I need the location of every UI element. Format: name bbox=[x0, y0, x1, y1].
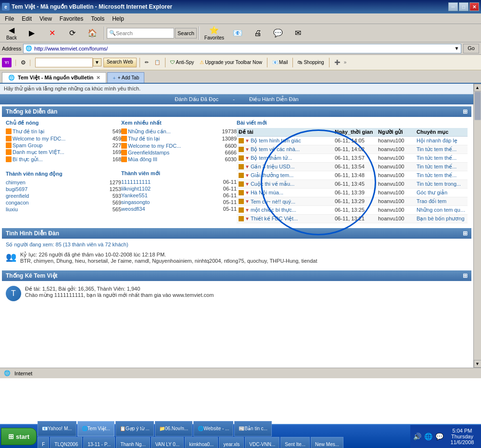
post-cat-6[interactable]: Góc thư giản bbox=[417, 190, 466, 196]
most-viewed-link-0[interactable]: Những điều cần... bbox=[128, 128, 171, 135]
post-cat-2[interactable]: Tin tức tem thể... bbox=[417, 155, 466, 161]
menu-file[interactable]: File bbox=[1, 14, 18, 23]
taskbar-bantin[interactable]: 📰 Bản tin c... bbox=[234, 421, 272, 436]
taskbar-kimkhoa[interactable]: kimkhoa0... bbox=[185, 437, 218, 448]
taskbar-thanh[interactable]: Thanh Ng... bbox=[116, 437, 150, 448]
hot-topic-link-2[interactable]: Spam Group bbox=[13, 142, 42, 148]
refresh-button[interactable]: ⟳ bbox=[63, 27, 82, 38]
admin-link[interactable]: Điều Hành Diễn Đàn bbox=[249, 96, 299, 102]
home-button[interactable]: 🏠 bbox=[83, 27, 102, 38]
tray-icon-3[interactable]: 💬 bbox=[434, 432, 444, 441]
taskbar-tlqn[interactable]: TLQN2006 bbox=[50, 437, 82, 448]
post-cat-7[interactable]: Trao đổi tem bbox=[417, 198, 466, 205]
url-display[interactable]: http://www.temviet.com/forums/ bbox=[34, 46, 108, 51]
start-button[interactable]: ⊞ start bbox=[1, 428, 37, 445]
discuss-button[interactable]: 💬 bbox=[268, 27, 288, 38]
close-button[interactable]: ✕ bbox=[469, 2, 479, 11]
menu-favorites[interactable]: Favorites bbox=[56, 14, 87, 23]
post-cat-3[interactable]: Tin tức tem thể... bbox=[417, 164, 466, 170]
go-button[interactable]: Go bbox=[463, 44, 479, 53]
menu-view[interactable]: View bbox=[36, 14, 56, 23]
antispyspy-item[interactable]: 🛡 Anti-Spy bbox=[168, 59, 196, 66]
media-button[interactable]: 📧 bbox=[228, 27, 247, 38]
online-count-link[interactable]: Số người đang xem: 85 (13 thành viên và … bbox=[6, 242, 128, 247]
post-cat-1[interactable]: Tin tức tem thể... bbox=[417, 146, 466, 153]
warning-item[interactable]: ⚠ Upgrade your Toolbar Now bbox=[198, 59, 264, 66]
active-member-link-2[interactable]: greenfield bbox=[6, 193, 29, 199]
taskbar-1311[interactable]: 13-11 - P... bbox=[83, 437, 115, 448]
yahoo-edit-icon[interactable]: ✏ bbox=[143, 59, 151, 66]
new-member-link-2[interactable]: Yankee551 bbox=[121, 192, 148, 198]
taskbar-newmes[interactable]: New Mes... bbox=[311, 437, 343, 448]
tray-icon-1[interactable]: 🔊 bbox=[412, 432, 422, 441]
minimize-button[interactable]: ─ bbox=[448, 2, 458, 11]
post-cat-9[interactable]: Bạn bè bốn phương bbox=[417, 216, 466, 222]
search-button[interactable]: Search bbox=[175, 28, 197, 38]
new-member-link-1[interactable]: lilknight1102 bbox=[121, 186, 151, 192]
yahoo-search-input[interactable] bbox=[35, 58, 93, 67]
taskbar-temviet[interactable]: 🌐 Tem Việt... bbox=[77, 421, 115, 436]
yahoo-bookmarks-icon[interactable]: 📋 bbox=[152, 59, 162, 66]
stats-toggle-icon[interactable]: ⊞ bbox=[463, 108, 468, 115]
yahoo-search-button[interactable]: Search Web bbox=[103, 58, 137, 67]
yahoo-search-dropdown[interactable]: ▼ bbox=[93, 58, 101, 66]
most-viewed-link-4[interactable]: Mùa đông III bbox=[128, 156, 157, 162]
back-button[interactable]: ◀ Back bbox=[2, 25, 21, 41]
active-member-link-0[interactable]: chimyen bbox=[6, 179, 25, 185]
toolbar-more[interactable]: » bbox=[344, 60, 347, 65]
tem-stats-toggle-icon[interactable]: ⊞ bbox=[463, 272, 468, 279]
most-viewed-link-2[interactable]: Welcome to my FDC... bbox=[128, 143, 181, 149]
tab-temviet[interactable]: 🌐 Tem Việt - Mã nguồn vBulletin ✕ bbox=[2, 72, 106, 83]
messenger-button[interactable]: ✉ bbox=[289, 27, 308, 38]
yahoo-settings-icon[interactable]: ⚙ bbox=[21, 59, 26, 66]
mail-item[interactable]: 📧 Mail bbox=[270, 59, 290, 66]
scroll-thumb[interactable] bbox=[474, 91, 481, 120]
add-tab-button[interactable]: + + Add Tab bbox=[107, 72, 144, 83]
print-button[interactable]: 🖨 bbox=[248, 28, 267, 38]
new-member-link-0[interactable]: 1111111111 bbox=[121, 179, 151, 185]
post-cat-8[interactable]: Những con tem quý... bbox=[417, 207, 466, 213]
post-cat-4[interactable]: Tin tức tem thể... bbox=[417, 172, 466, 179]
shopping-item[interactable]: 🛍 Shopping bbox=[296, 59, 326, 66]
active-member-link-4[interactable]: liuxiu bbox=[6, 206, 18, 212]
stop-button[interactable]: ✕ bbox=[42, 27, 62, 38]
scrollbar[interactable]: ▲ ▼ bbox=[473, 84, 481, 368]
hot-topic-link-4[interactable]: Bí thực gửi... bbox=[13, 156, 43, 163]
more-icon[interactable]: ➕ bbox=[332, 59, 342, 66]
taskbar-sent[interactable]: Sent Ite... bbox=[280, 437, 310, 448]
new-member-link-3[interactable]: singasongto bbox=[121, 199, 150, 205]
status-toggle-icon[interactable]: ⊞ bbox=[463, 230, 468, 237]
menu-tools[interactable]: Tools bbox=[87, 14, 108, 23]
tray-icon-2[interactable]: 🌐 bbox=[423, 432, 433, 441]
favorites-button[interactable]: ⭐ Favorites bbox=[202, 25, 227, 41]
post-cat-5[interactable]: Tin tức tem trong... bbox=[417, 181, 466, 187]
most-viewed-link-1[interactable]: Thư đề tín lại bbox=[128, 136, 160, 142]
maximize-button[interactable]: □ bbox=[459, 2, 468, 11]
hot-topic-link-1[interactable]: Welcome to my FDC... bbox=[13, 136, 65, 141]
menu-help[interactable]: Help bbox=[108, 14, 128, 23]
menu-edit[interactable]: Edit bbox=[18, 14, 36, 23]
scroll-down-button[interactable]: ▼ bbox=[474, 360, 481, 368]
taskbar-vanly[interactable]: VAN LY 0... bbox=[151, 437, 184, 448]
hot-topic-link-0[interactable]: Thư đề tín lại bbox=[13, 128, 44, 135]
search-input[interactable] bbox=[116, 30, 159, 36]
taskbar-vdc[interactable]: VDC-VNN... bbox=[245, 437, 279, 448]
taskbar-website[interactable]: 🌐 Website - ... bbox=[193, 421, 233, 436]
taskbar-gop-y[interactable]: 📋 Gợp ý từ ... bbox=[115, 421, 154, 436]
active-member-link-3[interactable]: congacon bbox=[6, 200, 29, 205]
taskbar-year[interactable]: year.xls bbox=[219, 437, 244, 448]
taskbar-yahoo[interactable]: 📧 Yahoo! M... bbox=[38, 421, 76, 436]
tab-close-button[interactable]: ✕ bbox=[96, 75, 100, 80]
new-member-link-4[interactable]: weosdfl34 bbox=[121, 206, 145, 212]
hot-topic-link-3[interactable]: Danh mục tem VIỆT... bbox=[13, 149, 64, 155]
active-member-link-1[interactable]: bugi5697 bbox=[6, 186, 27, 192]
scroll-up-button[interactable]: ▲ bbox=[474, 84, 481, 91]
forward-button[interactable]: ▶ bbox=[22, 27, 41, 38]
most-viewed-link-3[interactable]: Greenfieldstamps bbox=[128, 150, 169, 155]
taskbar-f[interactable]: F bbox=[38, 437, 49, 448]
dropdown-arrow[interactable]: ▼ bbox=[454, 46, 459, 51]
taskbar-06nov[interactable]: 📁 06.Nov/n... bbox=[155, 421, 192, 436]
mark-read-link[interactable]: Đánh Dấu Đã Đọc bbox=[175, 96, 218, 102]
status-wrapper: Tình Hình Diễn Đàn ⊞ Số người đang xem: … bbox=[2, 228, 471, 269]
post-cat-0[interactable]: Hội nhanh đáp lẹ bbox=[417, 138, 466, 144]
